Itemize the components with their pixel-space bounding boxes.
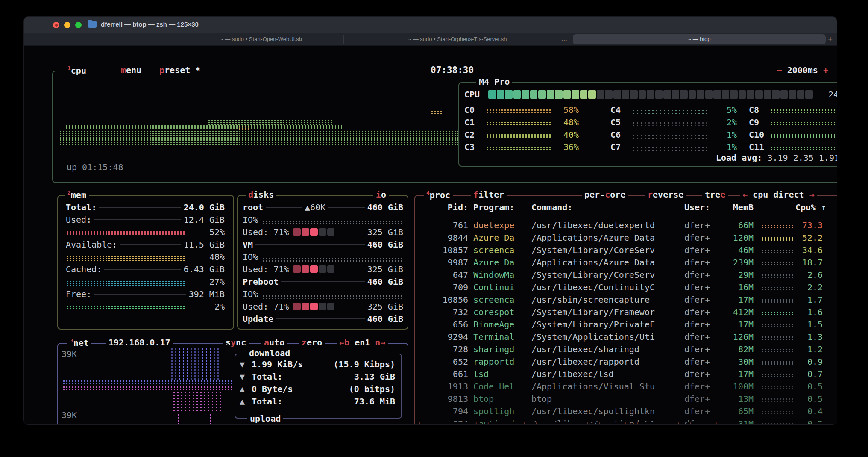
maximize-button[interactable] <box>75 22 82 28</box>
select-keys[interactable]: └↑ select ↓┘ <box>416 422 480 425</box>
cpu-graph-peak-dots <box>431 110 443 114</box>
close-button[interactable] <box>53 22 59 28</box>
process-command: /usr/sbin/screencapture <box>531 295 681 305</box>
nice-key[interactable]: └Nice┘ <box>687 422 719 425</box>
disk-used-row: Used: 71%325 GiB <box>243 300 403 313</box>
core-label: C1 <box>464 117 484 127</box>
cpu-meter-block <box>538 90 546 99</box>
upload-title: upload <box>247 413 283 424</box>
per-core-button[interactable]: per-core <box>582 189 628 200</box>
process-row[interactable]: 9844 Azure Da /Applications/Azure Data d… <box>421 231 832 244</box>
info-key[interactable]: └info ↵┘ <box>485 422 528 425</box>
core-row: C7 1% <box>610 141 737 153</box>
cpu-box-title[interactable]: 1cpu <box>65 65 89 76</box>
cpu-meter-block <box>747 90 754 99</box>
process-pid: 709 <box>421 282 468 292</box>
cpu-meter-block <box>713 90 721 99</box>
menu-button[interactable]: menu <box>118 65 144 75</box>
preset-button[interactable]: preset * <box>157 65 203 75</box>
process-row[interactable]: 10856 screenca /usr/sbin/screencapture d… <box>421 293 832 306</box>
process-pid: 761 <box>421 220 468 230</box>
process-row[interactable]: 709 Continui /usr/libexec/ContinuityC df… <box>421 281 832 293</box>
io-mode-button[interactable]: io <box>373 189 389 200</box>
tab1-more-button[interactable]: ... <box>295 35 302 42</box>
tab2-more-button[interactable]: ... <box>561 35 568 42</box>
interval-plus-button[interactable]: + <box>823 65 828 75</box>
disk-update-row: Update460 GiB <box>243 313 403 325</box>
minimize-button[interactable] <box>64 22 70 28</box>
sync-button[interactable]: sync <box>223 337 249 348</box>
process-cpu-graph <box>761 336 795 341</box>
process-row[interactable]: 9294 Terminal /System/Applications/Uti d… <box>421 330 832 343</box>
filter-button[interactable]: filter <box>471 189 507 200</box>
core-percent: 1% <box>715 142 737 152</box>
sort-selector[interactable]: ← cpu direct → <box>740 189 817 200</box>
mem-cached-meter <box>66 280 185 286</box>
cpu-meter-block <box>622 90 630 99</box>
process-cpu-graph <box>761 262 795 266</box>
reverse-button[interactable]: reverse <box>645 189 686 200</box>
process-user: dfer+ <box>684 394 717 404</box>
title-bar[interactable]: dferrell — btop — zsh — 125×30 <box>24 17 837 33</box>
tab-btop-active[interactable]: ~ — btop <box>573 34 826 44</box>
process-user: dfer+ <box>684 257 717 268</box>
process-row[interactable]: 1913 Code Hel /Applications/Visual Stu d… <box>421 380 832 392</box>
zero-button[interactable]: zero <box>299 337 325 348</box>
core-graph <box>486 121 552 126</box>
process-mem: 30M <box>717 357 754 367</box>
process-row[interactable]: 661 lsd /usr/libexec/lsd dfer+ 17M 0.7 <box>421 368 832 380</box>
process-pid: 647 <box>421 270 468 280</box>
terminal-window: dferrell — btop — zsh — 125×30 ~ — sudo … <box>23 16 837 425</box>
process-row[interactable]: 761 duetexpe /usr/libexec/duetexpertd df… <box>421 219 832 231</box>
sort-left-arrow[interactable]: ← <box>742 189 748 200</box>
net-scale-top: 39K <box>62 349 77 359</box>
process-row[interactable]: 794 spotligh /usr/libexec/spotlightkn df… <box>421 405 832 417</box>
core-row: C5 2% <box>610 116 737 128</box>
interval-minus-button[interactable]: − <box>777 65 782 75</box>
process-pid: 9813 <box>421 394 468 404</box>
disk-io-graph <box>262 258 402 262</box>
process-name: lsd <box>473 369 528 379</box>
process-name: rapportd <box>473 357 528 367</box>
sort-column[interactable]: Cpu% ↑ <box>795 202 823 212</box>
process-row[interactable]: 728 sharingd /usr/libexec/sharingd dfer+… <box>421 343 832 355</box>
terminate-key[interactable]: └terminate┘ <box>533 422 591 425</box>
net-box-title[interactable]: 3net <box>67 337 91 348</box>
process-name: WindowMa <box>473 270 528 280</box>
disks-box-title[interactable]: disks <box>246 189 276 200</box>
disk-used-meter <box>293 303 334 310</box>
net-upload-graph <box>62 386 234 390</box>
process-name: corespot <box>473 307 528 317</box>
auto-button[interactable]: auto <box>261 337 287 348</box>
cpu-meter-block <box>655 90 663 99</box>
process-row[interactable]: 656 BiomeAge /System/Library/PrivateF df… <box>421 318 832 330</box>
process-command: /usr/libexec/sharingd <box>531 344 681 354</box>
cpu-total-percent: 24% <box>819 89 837 100</box>
prev-interface-button[interactable]: ←b <box>339 337 349 348</box>
cpu-meter-block <box>505 90 513 99</box>
next-interface-button[interactable]: n→ <box>375 337 385 348</box>
new-tab-button[interactable]: + <box>828 35 833 44</box>
mem-available-meter-row: 48% <box>66 251 225 263</box>
tree-button[interactable]: tree <box>702 189 728 200</box>
download-title: download <box>246 348 293 358</box>
cpu-meter-block <box>647 90 654 99</box>
process-command: /System/Library/Framewor <box>531 307 681 317</box>
process-row[interactable]: 9813 btop btop dfer+ 13M 0.5 <box>421 392 832 405</box>
signals-key[interactable]: └signals┘ <box>634 422 682 425</box>
process-row[interactable]: 10857 screenca /System/Library/CoreServ … <box>421 244 832 256</box>
interface-switcher[interactable]: ←b en1 n→ <box>337 337 388 348</box>
process-row[interactable]: 732 corespot /System/Library/Framewor df… <box>421 306 832 318</box>
process-name: spotligh <box>473 406 528 416</box>
sort-right-arrow[interactable]: → <box>809 189 815 200</box>
proc-box-title[interactable]: 4proc <box>424 189 453 200</box>
core-graph <box>770 109 837 114</box>
process-row[interactable]: 647 WindowMa /System/Library/CoreServ df… <box>421 268 832 281</box>
tab-orpheus-tts[interactable]: ~ — sudo • Start-Orpheus-Tts-Server.sh <box>349 36 566 42</box>
disk-io-row: IO% <box>243 251 403 263</box>
process-row[interactable]: 652 rapportd /usr/libexec/rapportd dfer+… <box>421 355 832 368</box>
update-interval[interactable]: − 2000ms + <box>774 65 831 75</box>
kill-key[interactable]: └kill┘ <box>596 422 629 425</box>
process-row[interactable]: 9987 Azure Da /Applications/Azure Data d… <box>421 256 832 268</box>
mem-box-title[interactable]: 2mem <box>65 189 89 200</box>
